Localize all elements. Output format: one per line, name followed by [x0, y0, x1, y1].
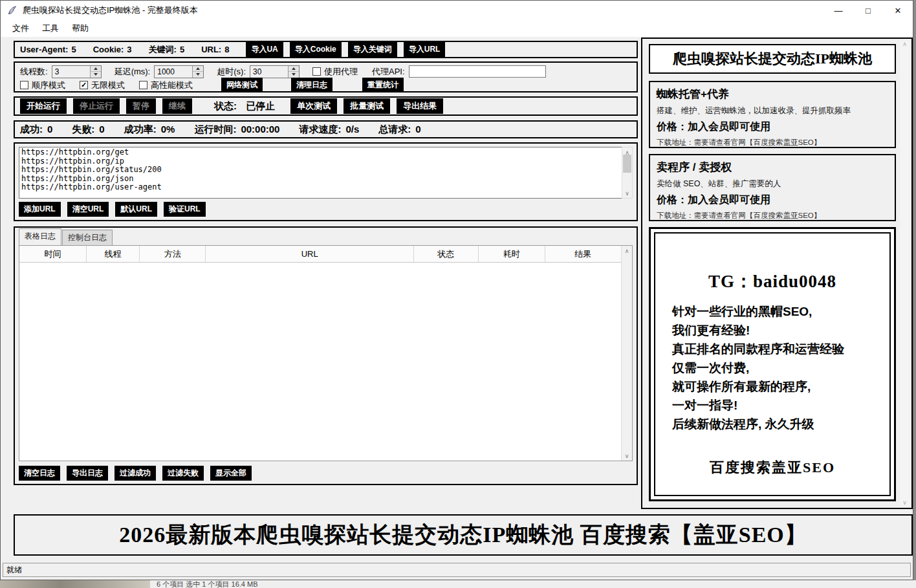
run-status-value: 已停止: [246, 100, 275, 111]
batch-test-button[interactable]: 批量测试: [344, 98, 390, 114]
timeout-label: 超时(s):: [217, 66, 246, 78]
menu-file[interactable]: 文件: [6, 21, 36, 36]
network-test-button[interactable]: 网络测试: [221, 78, 263, 93]
delay-value[interactable]: 1000: [155, 66, 192, 78]
tg-ad-footer: 百度搜索盖亚SEO: [672, 458, 873, 477]
verify-url-button[interactable]: 验证URL: [164, 202, 206, 217]
cookie-count-value: 3: [127, 45, 131, 54]
checkbox-icon[interactable]: [80, 81, 88, 89]
url-list-input[interactable]: https://httpbin.org/get https://httpbin.…: [19, 147, 622, 199]
delay-spin-buttons: [192, 66, 203, 78]
scroll-up-icon[interactable]: ∧: [622, 246, 632, 256]
sequential-mode-checkbox[interactable]: 顺序模式: [20, 80, 65, 91]
window-title: 爬虫嗅探站长提交动态IP蜘蛛池 - 完整最终版本: [23, 5, 198, 16]
stop-run-button[interactable]: 停止运行: [73, 98, 120, 114]
checkbox-icon[interactable]: [139, 81, 147, 89]
tg-ad-line: 一对一指导!: [672, 396, 873, 415]
default-url-button[interactable]: 默认URL: [115, 202, 157, 217]
thread-count-value[interactable]: 3: [52, 66, 90, 78]
checkbox-icon[interactable]: [20, 81, 28, 89]
single-test-button[interactable]: 单次测试: [290, 98, 337, 114]
menu-help[interactable]: 帮助: [65, 21, 95, 36]
title-bar[interactable]: 爬虫嗅探站长提交动态IP蜘蛛池 - 完整最终版本 — □ ✕: [1, 1, 913, 20]
stat-request-speed: 请求速度:0/s: [299, 124, 359, 136]
useragent-count-value: 5: [71, 45, 76, 54]
maximize-icon[interactable]: □: [853, 1, 883, 20]
left-column: User-Agent:5 Cookie:3 关键词:5 URL:8 导入UA 导…: [14, 41, 638, 485]
col-time[interactable]: 时间: [19, 246, 87, 262]
show-all-button[interactable]: 显示全部: [210, 466, 252, 481]
pause-button[interactable]: 暂停: [126, 98, 156, 114]
unlimited-mode-checkbox[interactable]: 无限模式: [80, 80, 125, 91]
clear-logs-button[interactable]: 清理日志: [291, 78, 333, 93]
filter-success-button[interactable]: 过滤成功: [114, 466, 156, 481]
col-result[interactable]: 结果: [545, 246, 621, 262]
scroll-up-icon[interactable]: ∧: [902, 41, 907, 47]
thread-count-label: 线程数:: [20, 66, 48, 78]
ad-sell-program: 卖程序 / 卖授权 卖给做 SEO、站群、推广需要的人 价格：加入会员即可使用 …: [649, 154, 896, 221]
import-keyword-button[interactable]: 导入关键词: [348, 42, 397, 57]
spin-down-icon[interactable]: [193, 72, 203, 78]
col-status[interactable]: 状态: [414, 246, 479, 262]
right-panel-scrollbar[interactable]: ∧ ∨: [900, 41, 910, 506]
stat-success-rate: 成功率:0%: [124, 124, 175, 136]
tg-contact: TG：baidu0048: [672, 270, 873, 293]
col-method[interactable]: 方法: [140, 246, 206, 262]
spin-down-icon[interactable]: [289, 72, 299, 78]
scroll-down-icon[interactable]: ∨: [622, 188, 632, 198]
url-count-value: 8: [224, 45, 229, 54]
unlimited-mode-label: 无限模式: [91, 80, 125, 91]
timeout-value[interactable]: 30: [250, 66, 288, 78]
col-thread[interactable]: 线程: [87, 246, 140, 262]
desktop-background-strip: 6 个项目 选中 1 个项目 16.4 MB: [0, 580, 916, 588]
scroll-down-icon[interactable]: ∨: [902, 499, 907, 506]
import-cookie-button[interactable]: 导入Cookie: [290, 42, 342, 57]
tg-ad-inner: TG：baidu0048 针对一些行业的黑帽SEO, 我们更有经验! 真正排名的…: [654, 232, 891, 496]
thread-count-spinner[interactable]: 3: [52, 65, 102, 78]
tab-console-log[interactable]: 控制台日志: [62, 230, 113, 245]
minimize-icon[interactable]: —: [823, 1, 853, 20]
url-list-scrollbar[interactable]: ∧ ∨: [622, 147, 633, 199]
proxy-api-label: 代理API:: [372, 66, 405, 78]
clear-log-button[interactable]: 清空日志: [19, 466, 60, 481]
right-panel-title: 爬虫嗅探站长提交动态IP蜘蛛池: [649, 44, 896, 74]
spin-up-icon[interactable]: [193, 66, 203, 72]
log-table-scrollbar[interactable]: ∧ ∨: [621, 246, 632, 461]
import-ua-button[interactable]: 导入UA: [246, 42, 283, 57]
settings-row-1: 线程数: 3 延迟(ms): 1000 超时(s): 30: [20, 65, 631, 78]
resume-button[interactable]: 继续: [162, 98, 192, 114]
spin-up-icon[interactable]: [91, 66, 101, 72]
col-url[interactable]: URL: [206, 246, 414, 262]
keyword-count: 关键词:5: [149, 44, 185, 56]
ad-download-info: 下载地址：需要请查看官网【百度搜索盖亚SEO】: [657, 211, 888, 221]
timeout-spinner[interactable]: 30: [250, 65, 300, 78]
menu-tools[interactable]: 工具: [36, 21, 65, 36]
export-results-button[interactable]: 导出结果: [397, 98, 443, 114]
run-controls-panel: 开始运行 停止运行 暂停 继续 状态: 已停止 单次测试 批量测试 导出结果: [14, 96, 638, 116]
export-log-button[interactable]: 导出日志: [67, 466, 108, 481]
spin-down-icon[interactable]: [91, 72, 101, 78]
clear-url-button[interactable]: 清空URL: [67, 202, 109, 217]
add-url-button[interactable]: 添加URL: [19, 202, 61, 217]
log-table-body: [19, 263, 621, 461]
useragent-count-label: User-Agent:: [20, 45, 68, 54]
reset-stats-button[interactable]: 重置统计: [362, 78, 404, 93]
background-image-fragment: [0, 580, 150, 588]
ad-price: 价格：加入会员即可使用: [657, 193, 888, 207]
proxy-api-input[interactable]: [409, 65, 546, 78]
col-elapsed[interactable]: 耗时: [479, 246, 545, 262]
start-run-button[interactable]: 开始运行: [20, 98, 67, 114]
scrollbar-thumb[interactable]: [623, 155, 631, 173]
ad-title: 蜘蛛托管+代养: [657, 87, 888, 102]
import-url-button[interactable]: 导入URL: [404, 42, 446, 57]
delay-spinner[interactable]: 1000: [154, 65, 204, 78]
tab-table-log[interactable]: 表格日志: [19, 228, 61, 245]
checkbox-icon[interactable]: [312, 67, 321, 76]
high-performance-mode-checkbox[interactable]: 高性能模式: [139, 80, 193, 91]
close-icon[interactable]: ✕: [883, 1, 913, 20]
log-table-header: 时间 线程 方法 URL 状态 耗时 结果: [19, 246, 621, 263]
use-proxy-checkbox[interactable]: 使用代理: [312, 66, 358, 78]
scroll-down-icon[interactable]: ∨: [622, 451, 632, 461]
spin-up-icon[interactable]: [289, 66, 299, 72]
filter-failed-button[interactable]: 过滤失败: [162, 466, 204, 481]
